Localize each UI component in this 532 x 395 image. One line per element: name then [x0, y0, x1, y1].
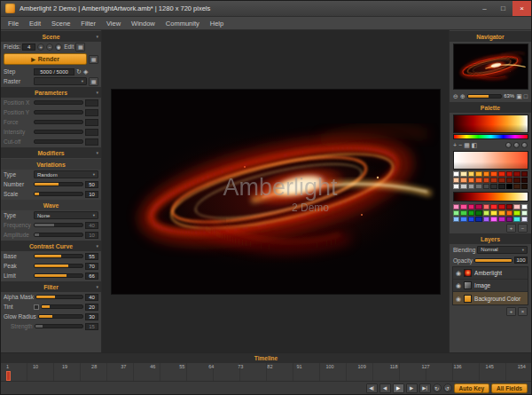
number-slider[interactable] — [34, 182, 83, 186]
frame-view-icon[interactable]: □ — [524, 93, 528, 99]
position-y-value[interactable] — [85, 109, 98, 116]
step-value[interactable]: 5000 / 5000 — [34, 68, 74, 75]
remove-color-icon[interactable]: − — [458, 142, 462, 148]
timeline-tick[interactable]: 136 — [453, 364, 461, 369]
color-swatch[interactable] — [498, 204, 505, 209]
minimize-button[interactable]: – — [475, 1, 494, 16]
color-swatch[interactable] — [475, 184, 482, 189]
timeline-tick[interactable]: 46 — [150, 364, 155, 369]
timeline-tick[interactable]: 109 — [358, 364, 366, 369]
glow-radius-slider[interactable] — [38, 314, 83, 319]
close-button[interactable]: × — [512, 1, 531, 16]
menu-item[interactable]: Window — [126, 19, 160, 28]
position-x-value[interactable] — [85, 99, 98, 107]
render-button[interactable]: ▶ Render — [4, 53, 87, 65]
color-swatch[interactable] — [498, 178, 505, 183]
color-swatch[interactable] — [468, 204, 475, 209]
color-swatch[interactable] — [521, 210, 528, 216]
alpha-mask-value[interactable]: 40 — [85, 294, 98, 301]
collapse-icon[interactable]: ▾ — [96, 150, 98, 155]
color-swatch[interactable] — [483, 217, 490, 222]
tint-checkbox[interactable] — [34, 304, 39, 310]
wave-section-header[interactable]: Wave — [1, 200, 101, 210]
edit-options-button[interactable]: ▦ — [75, 43, 85, 51]
collapse-icon[interactable]: ▾ — [96, 243, 98, 249]
cutoff-slider[interactable] — [34, 139, 83, 144]
palette-grid-icon[interactable]: ▦ — [464, 142, 470, 148]
color-swatch[interactable] — [468, 171, 475, 177]
color-swatch[interactable] — [513, 178, 520, 183]
timeline-tick[interactable]: 37 — [121, 364, 126, 369]
color-swatch[interactable] — [513, 204, 520, 209]
cycle-mode-icon[interactable]: ↺ — [443, 383, 452, 392]
canvas-viewport[interactable]: Amberlight 2 Demo — [102, 30, 449, 352]
color-swatch[interactable] — [460, 184, 467, 189]
color-field-picker[interactable] — [453, 115, 528, 133]
color-swatch[interactable] — [468, 217, 475, 222]
zoom-slider[interactable] — [467, 94, 502, 99]
edit-fields-button[interactable]: Edit — [64, 43, 74, 50]
timeline-tick[interactable]: 154 — [518, 364, 526, 369]
add-field-button[interactable]: + — [37, 43, 44, 51]
timeline-tick[interactable]: 91 — [296, 364, 301, 369]
color-swatch[interactable] — [460, 217, 467, 222]
timeline-header[interactable]: Timeline — [1, 353, 531, 363]
contrast-section-header[interactable]: Contrast Curve ▾ — [1, 241, 101, 251]
color-swatch[interactable] — [475, 171, 482, 177]
color-swatch[interactable] — [475, 178, 482, 183]
parameters-section-header[interactable]: Parameters ▾ — [1, 87, 101, 98]
color-swatch[interactable] — [521, 217, 528, 222]
zoom-out-icon[interactable]: ⊖ — [453, 93, 458, 99]
blending-dropdown[interactable]: Normal ▾ — [477, 246, 528, 254]
menu-item[interactable]: Help — [205, 19, 229, 28]
filter-section-header[interactable]: Filter ▾ — [1, 281, 101, 292]
frequency-slider[interactable] — [34, 223, 83, 227]
all-fields-button[interactable]: All Fields — [491, 383, 528, 393]
tint-value[interactable]: 20 — [85, 304, 98, 311]
menu-item[interactable]: View — [101, 19, 126, 28]
color-swatch[interactable] — [521, 178, 528, 183]
navigator-thumbnail[interactable] — [453, 43, 528, 90]
collapse-icon[interactable]: ▾ — [96, 284, 98, 289]
color-mixer-field[interactable] — [453, 151, 528, 170]
remove-field-button[interactable]: − — [46, 43, 53, 51]
add-color-icon[interactable]: + — [453, 142, 457, 148]
color-mode-button-1[interactable] — [505, 142, 512, 148]
color-swatch[interactable] — [490, 178, 497, 183]
delete-layer-button[interactable]: × — [518, 307, 528, 316]
strength-slider[interactable] — [35, 324, 83, 328]
opacity-value[interactable]: 100 — [514, 257, 528, 264]
color-swatch[interactable] — [483, 171, 490, 177]
color-swatch[interactable] — [475, 217, 482, 222]
color-swatch[interactable] — [468, 178, 475, 183]
visibility-eye-icon[interactable]: ◉ — [456, 282, 461, 288]
add-swatch-button[interactable]: + — [506, 224, 516, 233]
color-swatch[interactable] — [490, 184, 497, 189]
color-swatch[interactable] — [513, 171, 520, 177]
force-value[interactable] — [85, 119, 98, 126]
skip-to-start-button[interactable]: ◀| — [366, 383, 378, 393]
number-value[interactable]: 50 — [85, 181, 98, 188]
palette-section-header[interactable]: Palette — [450, 102, 531, 113]
loop-playback-icon[interactable]: ↻ — [433, 383, 442, 392]
color-swatch[interactable] — [468, 184, 475, 189]
strength-value[interactable]: 15 — [85, 323, 98, 330]
peak-value[interactable]: 70 — [85, 263, 98, 270]
timeline-tick[interactable]: 1 — [6, 364, 9, 369]
step-mode-icon[interactable]: ◈ — [83, 68, 88, 75]
color-swatch[interactable] — [498, 171, 505, 177]
scale-value[interactable]: 10 — [85, 191, 98, 198]
color-swatch[interactable] — [483, 210, 490, 216]
canvas-artwork[interactable]: Amberlight 2 Demo — [111, 89, 441, 295]
position-y-slider[interactable] — [34, 110, 83, 115]
color-swatch[interactable] — [498, 217, 505, 222]
timeline-tick[interactable]: 19 — [62, 364, 67, 369]
color-swatch[interactable] — [498, 210, 505, 216]
color-swatch[interactable] — [506, 171, 513, 177]
timeline-tick[interactable]: 55 — [179, 364, 184, 369]
timeline-tick[interactable]: 100 — [325, 364, 333, 369]
color-swatch[interactable] — [506, 178, 513, 183]
layers-section-header[interactable]: Layers — [450, 233, 531, 244]
zoom-in-icon[interactable]: ⊕ — [460, 93, 466, 99]
color-swatch[interactable] — [460, 204, 467, 209]
